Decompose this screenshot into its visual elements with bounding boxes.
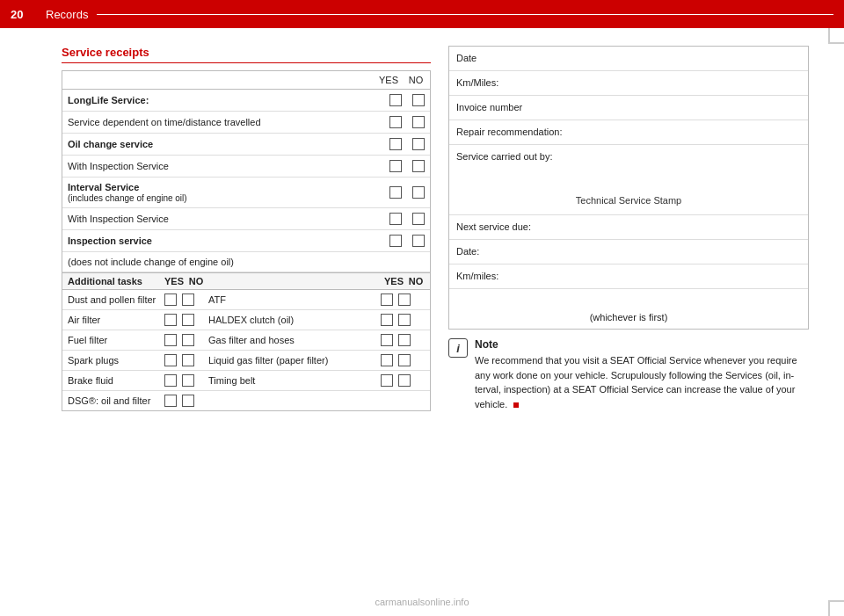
field-service-by: Service carried out by: Technical Servic…	[449, 145, 808, 215]
at-spark-no-cb[interactable]	[182, 354, 194, 366]
whichever-label: (whichever is first)	[590, 312, 668, 322]
next-date-label: Date:	[456, 246, 479, 257]
no-engine-oil-label: (does not include change of engine oil)	[68, 257, 425, 267]
at-fuel-label: Fuel filter	[68, 335, 164, 345]
at-dust-yes-cb[interactable]	[164, 294, 177, 306]
at-liquid-gas-label: Liquid gas filter (paper filter)	[208, 355, 381, 366]
with-inspection-1-checkboxes	[389, 160, 425, 172]
km-miles-label: Km/Miles:	[456, 77, 498, 88]
oil-change-checkboxes	[389, 138, 425, 150]
at-fuel-yes-cb[interactable]	[164, 334, 177, 346]
with-inspection-2-yes-checkbox[interactable]	[389, 213, 402, 225]
at-spark-label: Spark plugs	[68, 355, 164, 366]
at-atf-label: ATF	[208, 294, 381, 305]
at-haldex-label: HALDEX clutch (oil)	[208, 315, 381, 325]
at-dsg-no-cb[interactable]	[182, 395, 194, 407]
oil-change-yes-checkbox[interactable]	[389, 138, 402, 150]
with-inspection-2-label: With Inspection Service	[68, 214, 389, 224]
at-timing-yes-cb[interactable]	[381, 374, 393, 387]
at-dust-no-cb[interactable]	[182, 294, 194, 306]
no-header: NO	[407, 75, 425, 85]
row-longlife-service: LongLife Service:	[62, 90, 430, 112]
interval-service-no-checkbox[interactable]	[412, 186, 425, 199]
oil-change-no-checkbox[interactable]	[412, 138, 425, 150]
at-spacer	[205, 276, 384, 286]
note-text: We recommend that you visit a SEAT Offic…	[475, 353, 809, 411]
at-atf-no-cb[interactable]	[398, 294, 411, 306]
at-row-brake: Brake fluid Timing belt	[62, 371, 430, 391]
service-dependent-no-checkbox[interactable]	[412, 116, 425, 128]
service-dependent-label: Service dependent on time/distance trave…	[68, 117, 389, 127]
with-inspection-1-no-checkbox[interactable]	[412, 160, 425, 172]
main-content: Service receipts YES NO LongLife Service…	[0, 28, 844, 429]
info-icon: i	[448, 338, 468, 358]
interval-service-yes-checkbox[interactable]	[389, 186, 402, 199]
technical-service-stamp: Technical Service Stamp	[576, 195, 681, 206]
at-dust-cbs	[164, 294, 208, 306]
at-dsg-yes-cb[interactable]	[164, 395, 177, 407]
interval-service-label: Interval Service(includes change of engi…	[68, 182, 389, 203]
row-service-dependent: Service dependent on time/distance trave…	[62, 112, 430, 134]
field-next-km: Km/miles:	[449, 265, 808, 289]
longlife-checkboxes	[389, 94, 425, 106]
at-brake-no-cb[interactable]	[182, 374, 194, 387]
service-dependent-yes-checkbox[interactable]	[389, 116, 402, 128]
interval-service-sub: (includes change of engine oil)	[68, 193, 187, 203]
row-interval-service: Interval Service(includes change of engi…	[62, 178, 430, 208]
at-liquid-gas-no-cb[interactable]	[398, 354, 411, 366]
repair-rec-label: Repair recommendation:	[456, 127, 562, 137]
at-timing-no-cb[interactable]	[398, 374, 411, 387]
additional-tasks-title: Additional tasks	[68, 276, 164, 286]
next-km-label: Km/miles:	[456, 271, 498, 281]
with-inspection-2-no-checkbox[interactable]	[412, 213, 425, 225]
at-row-dsg: DSG®: oil and filter	[62, 391, 430, 410]
field-repair-rec: Repair recommendation:	[449, 120, 808, 145]
with-inspection-1-label: With Inspection Service	[68, 161, 389, 171]
at-atf-cbs	[381, 294, 425, 306]
at-brake-label: Brake fluid	[68, 375, 164, 386]
at-timing-label: Timing belt	[208, 375, 381, 386]
field-next-date: Date:	[449, 240, 808, 265]
note-box: i Note We recommend that you visit a SEA…	[448, 338, 809, 411]
additional-tasks-table: Additional tasks YES NO YES NO Dust and …	[62, 273, 431, 411]
at-gas-filter-yes-cb[interactable]	[381, 334, 393, 346]
longlife-yes-checkbox[interactable]	[389, 94, 402, 106]
at-row-dust: Dust and pollen filter ATF	[62, 290, 430, 310]
at-dust-label: Dust and pollen filter	[68, 294, 164, 305]
date-label: Date	[456, 53, 477, 63]
row-oil-change: Oil change service	[62, 134, 430, 156]
at-no-1: NO	[187, 276, 205, 286]
at-haldex-yes-cb[interactable]	[381, 314, 393, 326]
with-inspection-1-yes-checkbox[interactable]	[389, 160, 402, 172]
at-liquid-gas-yes-cb[interactable]	[381, 354, 393, 366]
at-fuel-no-cb[interactable]	[182, 334, 194, 346]
info-box: Date Km/Miles: Invoice number Repair rec…	[448, 46, 809, 330]
service-dependent-checkboxes	[389, 116, 425, 128]
inspection-service-no-checkbox[interactable]	[412, 235, 425, 247]
at-row-fuel: Fuel filter Gas filter and hoses	[62, 330, 430, 351]
field-next-service: Next service due:	[449, 215, 808, 240]
row-inspection-service: Inspection service	[62, 230, 430, 252]
at-gas-filter-no-cb[interactable]	[398, 334, 411, 346]
inspection-service-yes-checkbox[interactable]	[389, 235, 402, 247]
at-yes-2: YES	[384, 276, 402, 286]
at-atf-yes-cb[interactable]	[381, 294, 393, 306]
at-spark-yes-cb[interactable]	[164, 354, 177, 366]
at-brake-yes-cb[interactable]	[164, 374, 177, 387]
at-brake-cbs	[164, 374, 208, 387]
at-row-spark: Spark plugs Liquid gas filter (paper fil…	[62, 351, 430, 371]
at-haldex-no-cb[interactable]	[398, 314, 411, 326]
header-rule	[97, 14, 833, 15]
note-content: Note We recommend that you visit a SEAT …	[475, 338, 809, 411]
field-date: Date	[449, 47, 808, 71]
longlife-no-checkbox[interactable]	[412, 94, 425, 106]
at-liquid-gas-cbs	[381, 354, 425, 366]
row-with-inspection-1: With Inspection Service	[62, 156, 430, 178]
invoice-label: Invoice number	[456, 102, 522, 112]
at-air-no-cb[interactable]	[182, 314, 194, 326]
corner-decoration-br	[828, 600, 844, 616]
field-km-miles: Km/Miles:	[449, 71, 808, 96]
at-no-2: NO	[407, 276, 425, 286]
section-title: Service receipts	[62, 46, 431, 63]
at-air-yes-cb[interactable]	[164, 314, 177, 326]
